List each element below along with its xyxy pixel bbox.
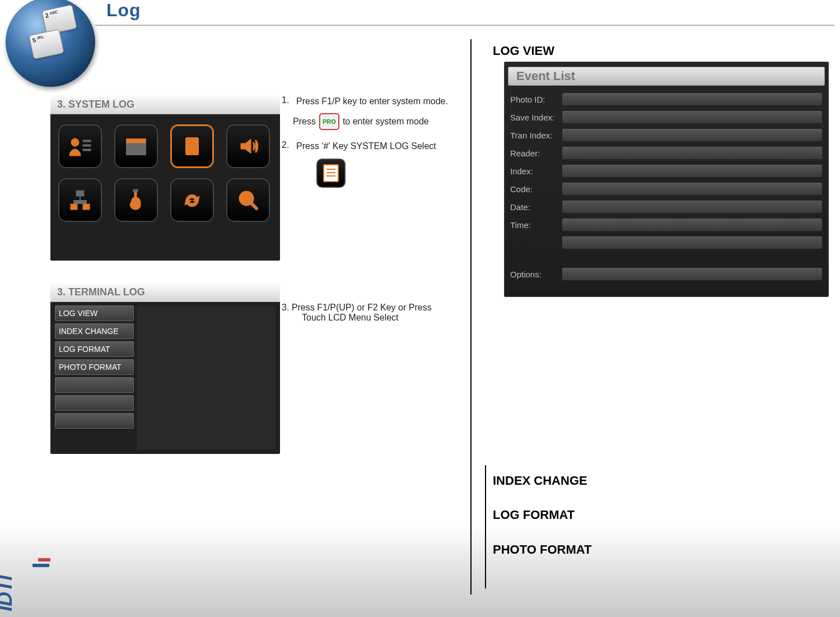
logo-text: IDTI: [0, 576, 17, 611]
event-list-title: Event List: [508, 67, 825, 86]
field-index[interactable]: [562, 164, 823, 178]
menu-item-index-change[interactable]: INDEX CHANGE: [55, 323, 134, 339]
event-row-date: Date:: [505, 198, 828, 216]
menu-item-photo-format[interactable]: PHOTO FORMAT: [55, 359, 134, 375]
label-index: Index:: [510, 166, 558, 176]
field-time[interactable]: [562, 218, 823, 231]
label-options: Options:: [510, 270, 558, 279]
event-list-panel: Event List Photo ID: Save Index: Tran In…: [504, 62, 829, 297]
touch-icon[interactable]: [114, 178, 158, 222]
svg-rect-10: [186, 138, 198, 155]
page-header: Log: [0, 0, 840, 28]
field-save-index[interactable]: [562, 110, 823, 124]
svg-rect-12: [188, 145, 196, 146]
sound-icon[interactable]: [226, 124, 270, 168]
menu-item-empty: .: [55, 377, 134, 393]
keypad-key-2-letters: ABC: [49, 10, 58, 15]
calendar-icon[interactable]: [114, 124, 158, 168]
terminal-log-panel: 3. TERMINAL LOG LOG VIEW INDEX CHANGE LO…: [50, 283, 280, 454]
field-photo-id[interactable]: [562, 92, 823, 106]
logo-stripe-red: [38, 558, 50, 562]
step1b-post: to enter system mode: [343, 117, 429, 127]
logo-stripe-blue: [32, 564, 49, 567]
menu-item-empty: .: [55, 413, 134, 429]
field-options[interactable]: [562, 267, 823, 281]
label-photo-id: Photo ID:: [510, 95, 558, 104]
event-row-tran-index: Tran Index:: [505, 126, 828, 144]
step1-number: 1.: [282, 95, 296, 108]
terminal-log-menu: LOG VIEW INDEX CHANGE LOG FORMAT PHOTO F…: [50, 302, 137, 454]
svg-rect-16: [83, 204, 90, 210]
event-row-save-index: Save Index:: [505, 108, 828, 126]
event-row-index: Index:: [505, 162, 828, 180]
vertical-divider-right-sub: [485, 465, 486, 588]
sync-icon[interactable]: [170, 178, 214, 222]
pro-key-icon: PRO: [319, 113, 339, 130]
logo-ball: 2 ABC 5 JKL: [6, 0, 95, 87]
page-title: Log: [106, 0, 141, 21]
step2-number: 2.: [282, 140, 296, 152]
menu-item-log-view[interactable]: LOG VIEW: [55, 305, 134, 321]
keypad-key-2-digit: 2: [45, 12, 49, 19]
label-tran-index: Tran Index:: [510, 131, 558, 140]
svg-rect-1: [83, 140, 91, 142]
field-tran-index[interactable]: [562, 128, 823, 142]
network-icon[interactable]: [58, 178, 102, 222]
mini-system-log-icon: [316, 159, 346, 188]
system-log-header: 3. SYSTEM LOG: [50, 95, 280, 114]
keypad-key-5: 5 JKL: [29, 29, 64, 60]
user-list-icon[interactable]: [58, 124, 102, 168]
event-row-reader: Reader:: [505, 144, 828, 162]
step1-text: Press F1/P key to enter system mode.: [296, 95, 472, 108]
field-date[interactable]: [562, 200, 823, 214]
svg-rect-15: [71, 204, 77, 210]
heading-log-view: LOG VIEW: [493, 44, 554, 58]
keypad-key-5-digit: 5: [32, 36, 36, 44]
svg-rect-11: [188, 141, 196, 142]
field-reader[interactable]: [562, 146, 823, 160]
step3-line2: Touch LCD Menu Select: [302, 313, 466, 323]
terminal-log-preview: [137, 307, 276, 449]
label-reader: Reader:: [510, 149, 558, 158]
label-time: Time:: [510, 220, 558, 230]
menu-item-log-format[interactable]: LOG FORMAT: [55, 341, 134, 357]
document-icon: [323, 164, 339, 182]
heading-log-format: LOG FORMAT: [493, 508, 575, 522]
svg-rect-5: [127, 139, 146, 143]
step3-line1: 3. Press F1/P(UP) or F2 Key or Press: [282, 303, 466, 313]
step1b-pre: Press: [293, 117, 316, 127]
system-log-panel: 3. SYSTEM LOG: [50, 95, 280, 261]
label-save-index: Save Index:: [510, 113, 558, 122]
terminal-log-header: 3. TERMINAL LOG: [50, 283, 280, 302]
label-date: Date:: [510, 202, 558, 212]
heading-photo-format: PHOTO FORMAT: [493, 542, 591, 557]
logo-stripes: [32, 558, 50, 569]
step3-block: 3. Press F1/P(UP) or F2 Key or Press Tou…: [282, 303, 466, 323]
svg-rect-7: [133, 146, 136, 149]
system-log-file-icon[interactable]: [170, 124, 214, 168]
svg-rect-17: [133, 189, 138, 192]
event-row-options: Options:: [505, 265, 828, 283]
event-row-time: Time:: [505, 216, 828, 234]
heading-index-change: INDEX CHANGE: [493, 474, 587, 488]
event-row-code: Code:: [505, 180, 828, 198]
system-log-icon-grid: [50, 114, 280, 229]
keypad-key-5-letters: JKL: [36, 35, 44, 40]
field-code[interactable]: [562, 182, 823, 196]
svg-rect-2: [83, 145, 91, 146]
menu-item-empty: .: [55, 395, 134, 411]
label-code: Code:: [510, 184, 558, 194]
search-icon[interactable]: [226, 178, 270, 222]
svg-rect-6: [129, 146, 132, 149]
svg-rect-13: [188, 148, 196, 149]
svg-rect-14: [76, 191, 84, 196]
title-underline: [95, 25, 834, 26]
svg-rect-8: [138, 146, 141, 149]
step2-text: Press '#' Key SYSTEM LOG Select: [296, 140, 472, 152]
svg-rect-3: [83, 149, 91, 151]
event-row-photo-id: Photo ID:: [505, 90, 828, 108]
field-extra[interactable]: [562, 236, 823, 249]
instructions-block: 1. Press F1/P key to enter system mode. …: [282, 95, 472, 188]
event-row-extra: [505, 234, 828, 252]
svg-point-0: [71, 138, 79, 146]
